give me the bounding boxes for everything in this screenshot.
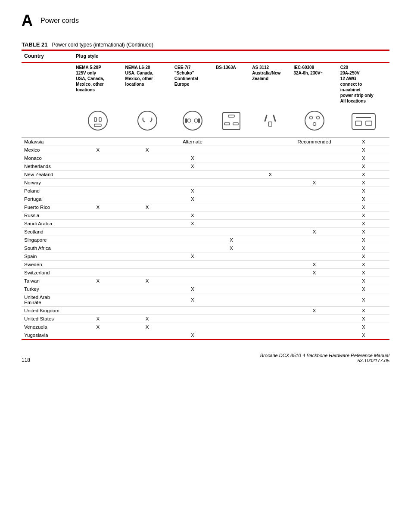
cell-as3112 xyxy=(249,187,291,195)
cell-nemal620 xyxy=(123,331,172,339)
svg-rect-24 xyxy=(366,121,372,125)
cell-nema520 xyxy=(73,285,122,293)
cell-nema520 xyxy=(73,260,122,268)
cell-country: United States xyxy=(22,314,73,323)
cell-nema520 xyxy=(73,331,122,339)
cee77-svg xyxy=(180,109,206,133)
cell-nema520 xyxy=(73,187,122,195)
table-title: Power cord types (international) (Contin… xyxy=(52,42,153,48)
cell-cee77: X xyxy=(172,293,213,306)
table-row: MalaysiaAlternateRecommendedX xyxy=(22,137,389,146)
cell-country: New Zealand xyxy=(22,170,73,178)
cell-nema520 xyxy=(73,162,122,170)
table-row: SpainXX xyxy=(22,252,389,260)
table-row: Puerto RicoXXX xyxy=(22,203,389,211)
cell-cee77 xyxy=(172,260,213,268)
table-row: United StatesXXX xyxy=(22,314,389,323)
sub-col-nema520: NEMA 5-20P 125V only USA, Canada, Mexico… xyxy=(73,62,122,106)
plug-c20 xyxy=(338,106,389,138)
cell-nema520 xyxy=(73,195,122,203)
cell-bs1363 xyxy=(213,154,249,162)
power-cord-table: Country Plug style NEMA 5-20P 125V only … xyxy=(22,50,389,340)
cell-as3112 xyxy=(249,211,291,219)
cell-iec60309 xyxy=(291,154,337,162)
table-number: TABLE 21 xyxy=(22,41,47,48)
cell-nemal620: X xyxy=(123,203,172,211)
cell-bs1363 xyxy=(213,323,249,331)
table-body: MalaysiaAlternateRecommendedXMexicoXXXMo… xyxy=(22,137,389,339)
cell-as3112 xyxy=(249,306,291,314)
cell-c20: X xyxy=(338,293,389,306)
sub-col-nemal620: NEMA L6-20 USA, Canada, Mexico, other lo… xyxy=(123,62,172,106)
cell-country: Taiwan xyxy=(22,277,73,285)
svg-line-15 xyxy=(274,115,275,121)
table-row: NorwayXX xyxy=(22,178,389,187)
cell-nema520: X xyxy=(73,277,122,285)
table-row: South AfricaXX xyxy=(22,244,389,252)
cell-iec60309: X xyxy=(291,306,337,314)
cell-country: Monaco xyxy=(22,154,73,162)
svg-point-0 xyxy=(88,111,107,130)
cell-as3112 xyxy=(249,293,291,306)
cell-as3112 xyxy=(249,195,291,203)
cell-country: Poland xyxy=(22,187,73,195)
cell-nemal620 xyxy=(123,285,172,293)
cell-cee77 xyxy=(172,244,213,252)
cell-bs1363 xyxy=(213,187,249,195)
cell-cee77: X xyxy=(172,187,213,195)
cell-c20: X xyxy=(338,170,389,178)
cell-nemal620: X xyxy=(123,314,172,323)
sub-col-iec60309: IEC-60309 32A-6h, 230V~ xyxy=(291,62,337,106)
cell-c20: X xyxy=(338,219,389,227)
cell-iec60309: X xyxy=(291,268,337,277)
cell-c20: X xyxy=(338,211,389,219)
cell-nemal620: X xyxy=(123,323,172,331)
cell-iec60309: X xyxy=(291,178,337,187)
plug-nemal620 xyxy=(123,106,172,138)
cell-cee77: X xyxy=(172,195,213,203)
svg-point-20 xyxy=(313,122,316,125)
cell-country: Russia xyxy=(22,211,73,219)
footer-manual-info: Brocade DCX 8510-4 Backbone Hardware Ref… xyxy=(260,353,389,363)
svg-rect-23 xyxy=(355,121,361,125)
cell-cee77 xyxy=(172,146,213,154)
cell-nemal620: X xyxy=(123,277,172,285)
cell-iec60309 xyxy=(291,277,337,285)
cell-bs1363 xyxy=(213,178,249,187)
cell-bs1363 xyxy=(213,203,249,211)
cell-as3112 xyxy=(249,178,291,187)
table-row: New ZealandXX xyxy=(22,170,389,178)
table-row: Saudi ArabiaXX xyxy=(22,219,389,227)
cell-iec60309: X xyxy=(291,227,337,236)
cell-iec60309 xyxy=(291,314,337,323)
as3112-svg xyxy=(257,109,283,133)
cell-bs1363 xyxy=(213,285,249,293)
cell-bs1363: X xyxy=(213,236,249,244)
cell-bs1363 xyxy=(213,260,249,268)
table-row: TurkeyXX xyxy=(22,285,389,293)
table-row: United KingdomXX xyxy=(22,306,389,314)
cell-bs1363 xyxy=(213,293,249,306)
svg-point-6 xyxy=(187,119,191,122)
cell-iec60309 xyxy=(291,203,337,211)
cell-bs1363 xyxy=(213,211,249,219)
cell-as3112 xyxy=(249,146,291,154)
cell-nema520 xyxy=(73,293,122,306)
cell-as3112 xyxy=(249,236,291,244)
nemal620-svg xyxy=(134,109,160,133)
table-row: RussiaXX xyxy=(22,211,389,219)
cell-iec60309 xyxy=(291,285,337,293)
cell-bs1363 xyxy=(213,195,249,203)
page-header: A Power cords xyxy=(22,13,389,28)
cell-as3112 xyxy=(249,252,291,260)
cell-as3112 xyxy=(249,227,291,236)
header-letter: A xyxy=(22,13,33,28)
cell-cee77: X xyxy=(172,331,213,339)
cell-country: Singapore xyxy=(22,236,73,244)
plug-bs1363 xyxy=(213,106,249,138)
cell-as3112 xyxy=(249,268,291,277)
cell-country: Yugoslavia xyxy=(22,331,73,339)
cell-c20: X xyxy=(338,187,389,195)
cell-bs1363 xyxy=(213,227,249,236)
cell-iec60309 xyxy=(291,170,337,178)
